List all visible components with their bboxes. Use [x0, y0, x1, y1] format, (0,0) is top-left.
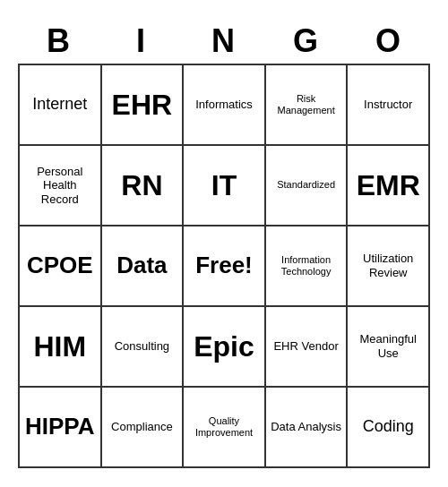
cell-label: Consulting [115, 339, 169, 354]
bingo-cell[interactable]: Risk Management [266, 65, 349, 146]
cell-label: EMR [357, 168, 420, 202]
bingo-cell[interactable]: IT [184, 146, 266, 226]
header-letter: B [18, 19, 100, 64]
cell-label: HIPPA [25, 413, 95, 440]
bingo-cell[interactable]: Instructor [348, 65, 430, 146]
bingo-cell[interactable]: Meaningful Use [348, 307, 430, 388]
header-letter: O [348, 19, 430, 64]
bingo-cell[interactable]: HIM [20, 307, 102, 388]
cell-label: Informatics [195, 98, 253, 112]
header-letter: N [183, 19, 265, 64]
cell-label: Epic [194, 329, 254, 363]
bingo-cell[interactable]: Compliance [102, 388, 185, 468]
header-letter: I [100, 19, 183, 64]
bingo-cell[interactable]: Coding [348, 388, 430, 468]
bingo-header: BINGO [18, 19, 430, 64]
header-letter: G [265, 19, 348, 64]
bingo-cell[interactable]: Informatics [184, 65, 266, 146]
bingo-cell[interactable]: RN [102, 146, 185, 226]
bingo-cell[interactable]: Internet [20, 65, 102, 146]
cell-label: IT [211, 168, 237, 202]
bingo-cell[interactable]: EHR [102, 65, 185, 146]
cell-label: Compliance [111, 420, 173, 434]
bingo-grid: InternetEHRInformaticsRisk ManagementIns… [18, 64, 430, 468]
bingo-cell[interactable]: Personal Health Record [20, 146, 102, 226]
bingo-cell[interactable]: HIPPA [20, 388, 102, 468]
cell-label: Coding [363, 417, 414, 437]
bingo-cell[interactable]: Quality Improvement [184, 388, 266, 468]
bingo-cell[interactable]: Data [102, 226, 185, 307]
bingo-cell[interactable]: Information Technology [266, 226, 349, 307]
bingo-cell[interactable]: Free! [184, 226, 266, 307]
cell-label: Data Analysis [271, 420, 341, 434]
bingo-card: BINGO InternetEHRInformaticsRisk Managem… [18, 19, 430, 468]
bingo-cell[interactable]: Epic [184, 307, 266, 388]
cell-label: Instructor [364, 98, 412, 112]
bingo-cell[interactable]: EMR [348, 146, 430, 226]
bingo-cell[interactable]: CPOE [20, 226, 102, 307]
cell-label: CPOE [27, 252, 93, 279]
cell-label: EHR [112, 88, 173, 122]
cell-label: Data [116, 252, 167, 279]
cell-label: Utilization Review [351, 252, 425, 279]
bingo-cell[interactable]: Standardized [266, 146, 349, 226]
cell-label: Meaningful Use [351, 332, 425, 360]
bingo-cell[interactable]: EHR Vendor [266, 307, 349, 388]
cell-label: Standardized [277, 179, 335, 191]
bingo-cell[interactable]: Consulting [102, 307, 185, 388]
cell-label: HIM [33, 329, 86, 363]
cell-label: Personal Health Record [23, 165, 97, 207]
cell-label: Risk Management [270, 93, 343, 116]
bingo-cell[interactable]: Data Analysis [266, 388, 349, 468]
cell-label: RN [121, 168, 162, 202]
bingo-cell[interactable]: Utilization Review [348, 226, 430, 307]
cell-label: Internet [32, 95, 87, 115]
cell-label: Quality Improvement [187, 415, 261, 439]
cell-label: EHR Vendor [273, 339, 338, 354]
cell-label: Free! [195, 252, 253, 279]
cell-label: Information Technology [270, 254, 343, 278]
